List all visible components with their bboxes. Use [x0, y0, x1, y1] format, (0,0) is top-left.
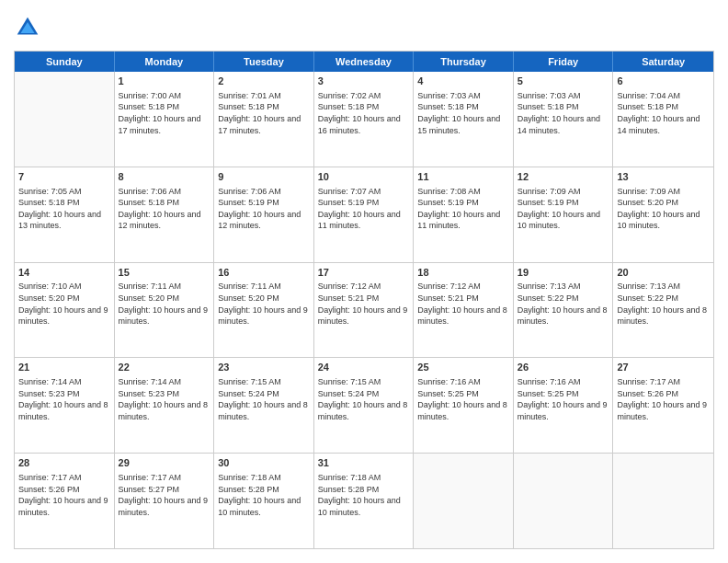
cell-info: Sunrise: 7:11 AM Sunset: 5:20 PM Dayligh…	[119, 281, 210, 327]
cell-info: Sunrise: 7:17 AM Sunset: 5:26 PM Dayligh…	[617, 376, 710, 422]
day-number: 7	[18, 170, 110, 184]
day-number: 24	[318, 361, 410, 374]
cell-info: Sunrise: 7:02 AM Sunset: 5:18 PM Dayligh…	[318, 90, 410, 136]
cell-info: Sunrise: 7:07 AM Sunset: 5:19 PM Dayligh…	[318, 186, 410, 232]
cell-info: Sunrise: 7:18 AM Sunset: 5:28 PM Dayligh…	[318, 472, 410, 518]
calendar-cell: 31Sunrise: 7:18 AM Sunset: 5:28 PM Dayli…	[314, 454, 415, 548]
cell-info: Sunrise: 7:13 AM Sunset: 5:22 PM Dayligh…	[518, 281, 609, 327]
calendar-header: SundayMondayTuesdayWednesdayThursdayFrid…	[15, 52, 713, 72]
day-number: 6	[617, 75, 710, 88]
weekday-header: Monday	[115, 52, 215, 72]
calendar-cell: 29Sunrise: 7:17 AM Sunset: 5:27 PM Dayli…	[115, 454, 215, 548]
day-number: 2	[218, 75, 310, 88]
cell-info: Sunrise: 7:04 AM Sunset: 5:18 PM Dayligh…	[617, 90, 710, 136]
calendar-cell: 5Sunrise: 7:03 AM Sunset: 5:18 PM Daylig…	[514, 72, 614, 167]
calendar-cell: 13Sunrise: 7:09 AM Sunset: 5:20 PM Dayli…	[613, 167, 713, 262]
cell-info: Sunrise: 7:14 AM Sunset: 5:23 PM Dayligh…	[119, 376, 210, 422]
cell-info: Sunrise: 7:15 AM Sunset: 5:24 PM Dayligh…	[218, 376, 310, 422]
day-number: 11	[417, 170, 509, 184]
cell-info: Sunrise: 7:16 AM Sunset: 5:25 PM Dayligh…	[518, 376, 609, 422]
cell-info: Sunrise: 7:17 AM Sunset: 5:27 PM Dayligh…	[119, 472, 210, 518]
calendar-cell: 25Sunrise: 7:16 AM Sunset: 5:25 PM Dayli…	[414, 358, 514, 453]
day-number: 3	[318, 75, 410, 88]
day-number: 28	[18, 456, 110, 470]
cell-info: Sunrise: 7:00 AM Sunset: 5:18 PM Dayligh…	[119, 90, 210, 136]
calendar-cell: 16Sunrise: 7:11 AM Sunset: 5:20 PM Dayli…	[214, 263, 314, 358]
day-number: 29	[119, 456, 210, 470]
day-number: 13	[617, 170, 710, 184]
calendar-body: 1Sunrise: 7:00 AM Sunset: 5:18 PM Daylig…	[15, 72, 713, 548]
calendar-cell: 19Sunrise: 7:13 AM Sunset: 5:22 PM Dayli…	[514, 263, 614, 358]
calendar-cell: 26Sunrise: 7:16 AM Sunset: 5:25 PM Dayli…	[514, 358, 614, 453]
cell-info: Sunrise: 7:10 AM Sunset: 5:20 PM Dayligh…	[18, 281, 110, 327]
calendar-cell: 9Sunrise: 7:06 AM Sunset: 5:19 PM Daylig…	[214, 167, 314, 262]
calendar-cell: 18Sunrise: 7:12 AM Sunset: 5:21 PM Dayli…	[414, 263, 514, 358]
calendar-cell: 20Sunrise: 7:13 AM Sunset: 5:22 PM Dayli…	[613, 263, 713, 358]
logo-icon	[14, 14, 41, 41]
day-number: 25	[417, 361, 509, 374]
cell-info: Sunrise: 7:09 AM Sunset: 5:19 PM Dayligh…	[518, 186, 609, 232]
cell-info: Sunrise: 7:01 AM Sunset: 5:18 PM Dayligh…	[218, 90, 310, 136]
weekday-header: Tuesday	[214, 52, 314, 72]
calendar-cell: 4Sunrise: 7:03 AM Sunset: 5:18 PM Daylig…	[414, 72, 514, 167]
day-number: 9	[218, 170, 310, 184]
calendar-cell	[613, 454, 713, 548]
cell-info: Sunrise: 7:16 AM Sunset: 5:25 PM Dayligh…	[417, 376, 509, 422]
cell-info: Sunrise: 7:03 AM Sunset: 5:18 PM Dayligh…	[518, 90, 609, 136]
page: SundayMondayTuesdayWednesdayThursdayFrid…	[0, 0, 728, 563]
day-number: 4	[417, 75, 509, 88]
cell-info: Sunrise: 7:03 AM Sunset: 5:18 PM Dayligh…	[417, 90, 509, 136]
calendar-cell	[414, 454, 514, 548]
day-number: 18	[417, 266, 509, 280]
day-number: 27	[617, 361, 710, 374]
day-number: 1	[119, 75, 210, 88]
calendar-row: 14Sunrise: 7:10 AM Sunset: 5:20 PM Dayli…	[15, 263, 713, 359]
calendar-cell: 30Sunrise: 7:18 AM Sunset: 5:28 PM Dayli…	[214, 454, 314, 548]
day-number: 5	[518, 75, 609, 88]
calendar-cell	[514, 454, 614, 548]
day-number: 15	[119, 266, 210, 280]
calendar-cell: 12Sunrise: 7:09 AM Sunset: 5:19 PM Dayli…	[514, 167, 614, 262]
cell-info: Sunrise: 7:15 AM Sunset: 5:24 PM Dayligh…	[318, 376, 410, 422]
calendar-cell: 1Sunrise: 7:00 AM Sunset: 5:18 PM Daylig…	[115, 72, 215, 167]
weekday-header: Sunday	[15, 52, 115, 72]
day-number: 19	[518, 266, 609, 280]
calendar-cell: 7Sunrise: 7:05 AM Sunset: 5:18 PM Daylig…	[15, 167, 115, 262]
day-number: 30	[218, 456, 310, 470]
calendar-cell: 23Sunrise: 7:15 AM Sunset: 5:24 PM Dayli…	[214, 358, 314, 453]
day-number: 14	[18, 266, 110, 280]
calendar-cell: 2Sunrise: 7:01 AM Sunset: 5:18 PM Daylig…	[214, 72, 314, 167]
cell-info: Sunrise: 7:12 AM Sunset: 5:21 PM Dayligh…	[417, 281, 509, 327]
calendar: SundayMondayTuesdayWednesdayThursdayFrid…	[14, 51, 714, 549]
calendar-cell: 28Sunrise: 7:17 AM Sunset: 5:26 PM Dayli…	[15, 454, 115, 548]
calendar-cell: 11Sunrise: 7:08 AM Sunset: 5:19 PM Dayli…	[414, 167, 514, 262]
header	[14, 14, 714, 41]
calendar-cell: 10Sunrise: 7:07 AM Sunset: 5:19 PM Dayli…	[314, 167, 415, 262]
calendar-row: 21Sunrise: 7:14 AM Sunset: 5:23 PM Dayli…	[15, 358, 713, 454]
calendar-cell: 17Sunrise: 7:12 AM Sunset: 5:21 PM Dayli…	[314, 263, 415, 358]
calendar-cell: 15Sunrise: 7:11 AM Sunset: 5:20 PM Dayli…	[115, 263, 215, 358]
weekday-header: Thursday	[414, 52, 514, 72]
cell-info: Sunrise: 7:11 AM Sunset: 5:20 PM Dayligh…	[218, 281, 310, 327]
cell-info: Sunrise: 7:06 AM Sunset: 5:19 PM Dayligh…	[218, 186, 310, 232]
calendar-cell: 22Sunrise: 7:14 AM Sunset: 5:23 PM Dayli…	[115, 358, 215, 453]
calendar-row: 1Sunrise: 7:00 AM Sunset: 5:18 PM Daylig…	[15, 72, 713, 167]
cell-info: Sunrise: 7:13 AM Sunset: 5:22 PM Dayligh…	[617, 281, 710, 327]
cell-info: Sunrise: 7:08 AM Sunset: 5:19 PM Dayligh…	[417, 186, 509, 232]
day-number: 31	[318, 456, 410, 470]
logo	[14, 14, 45, 41]
day-number: 20	[617, 266, 710, 280]
calendar-row: 7Sunrise: 7:05 AM Sunset: 5:18 PM Daylig…	[15, 167, 713, 263]
day-number: 23	[218, 361, 310, 374]
cell-info: Sunrise: 7:18 AM Sunset: 5:28 PM Dayligh…	[218, 472, 310, 518]
cell-info: Sunrise: 7:06 AM Sunset: 5:18 PM Dayligh…	[119, 186, 210, 232]
day-number: 10	[318, 170, 410, 184]
calendar-cell: 21Sunrise: 7:14 AM Sunset: 5:23 PM Dayli…	[15, 358, 115, 453]
calendar-cell: 6Sunrise: 7:04 AM Sunset: 5:18 PM Daylig…	[613, 72, 713, 167]
calendar-row: 28Sunrise: 7:17 AM Sunset: 5:26 PM Dayli…	[15, 454, 713, 548]
day-number: 22	[119, 361, 210, 374]
cell-info: Sunrise: 7:14 AM Sunset: 5:23 PM Dayligh…	[18, 376, 110, 422]
day-number: 17	[318, 266, 410, 280]
cell-info: Sunrise: 7:17 AM Sunset: 5:26 PM Dayligh…	[18, 472, 110, 518]
day-number: 21	[18, 361, 110, 374]
